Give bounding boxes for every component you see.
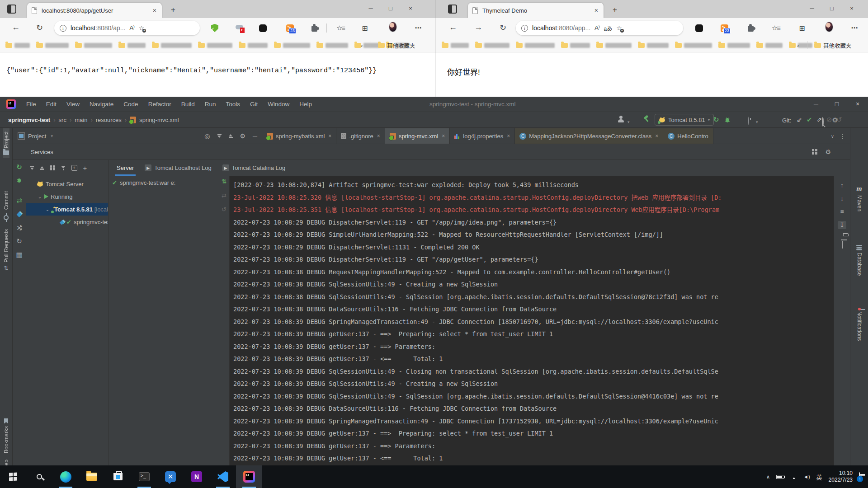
bookmark-item-blurred[interactable] [756, 42, 783, 49]
bookmark-item-blurred[interactable] [718, 42, 750, 49]
tab-close-icon[interactable]: × [594, 7, 599, 14]
bookmarks-overflow-icon[interactable]: › [797, 42, 799, 49]
hide-panel-icon[interactable]: ─ [839, 148, 844, 155]
chevron-down-icon[interactable]: ▾ [627, 117, 630, 127]
menu-file[interactable]: File [21, 101, 41, 108]
ime-indicator[interactable]: 英 [816, 473, 822, 481]
taskbar-search-button[interactable] [26, 465, 52, 488]
favorite-star-icon[interactable]: ☆+ [139, 24, 145, 32]
battery-icon[interactable] [776, 475, 784, 479]
rss-extension-icon[interactable]: 23 [286, 24, 294, 32]
breadcrumb-item[interactable]: src [59, 117, 66, 123]
group-by-icon[interactable] [50, 165, 55, 171]
minimize-button[interactable]: ─ [802, 0, 822, 18]
stripe-database-button[interactable]: Database [856, 242, 863, 279]
browser-tab[interactable]: localhost:8080/app/getUser × [27, 3, 162, 18]
notification-center-button[interactable]: 1 [859, 473, 860, 481]
new-tab-button[interactable]: + [171, 5, 175, 14]
start-button[interactable] [0, 465, 26, 488]
bookmark-item-blurred[interactable] [561, 42, 590, 49]
settings-gear-icon[interactable]: ⚙ [826, 148, 831, 155]
back-button[interactable]: ← [449, 23, 457, 32]
bookmark-item-blurred[interactable] [638, 42, 669, 49]
tree-row[interactable]: Tomcat Server [26, 178, 108, 190]
bookmark-item-blurred[interactable] [274, 42, 310, 49]
taskbar-onenote-button[interactable]: N [184, 465, 210, 488]
down-stacktrace-icon[interactable]: ↓ [840, 195, 844, 202]
url-text[interactable]: localhost:8080/app... [532, 24, 590, 32]
hot-swap-icon[interactable]: ◆ [17, 211, 22, 218]
debug-server-icon[interactable] [16, 177, 22, 184]
taskbar-explorer-button[interactable] [79, 465, 105, 488]
editor-tab[interactable]: CHelloContro [663, 128, 713, 144]
taskbar-edge-button[interactable] [52, 465, 79, 488]
bookmark-item-blurred[interactable] [75, 42, 112, 49]
close-button[interactable]: × [842, 0, 862, 18]
expand-all-icon[interactable] [217, 134, 222, 138]
tray-expand-icon[interactable]: ∧ [766, 474, 770, 480]
close-button[interactable]: × [401, 0, 420, 18]
services-tab[interactable]: ▶Tomcat Localhost Log [141, 160, 215, 176]
other-favorites[interactable]: 其他收藏夹 [814, 42, 852, 49]
services-header[interactable]: Services ⚙ ─ [13, 144, 850, 160]
other-favorites[interactable]: 其他收藏夹 [378, 42, 415, 49]
services-tab[interactable]: ▶Tomcat Catalina Log [219, 160, 289, 176]
chevron-down-icon[interactable]: ▾ [51, 134, 53, 138]
bookmark-item-blurred[interactable] [118, 42, 146, 49]
refresh-icon[interactable]: ↻ [16, 238, 22, 245]
tab-actions-icon[interactable] [448, 5, 457, 14]
rerun-server-icon[interactable]: ↻ [16, 164, 22, 171]
settings-gear-icon[interactable]: ⚙ [240, 132, 246, 140]
maximize-button[interactable]: □ [826, 97, 847, 112]
menu-help[interactable]: Help [294, 101, 317, 108]
tree-row[interactable]: ◆✔springmvc-test: [26, 216, 108, 228]
maximize-button[interactable]: □ [822, 0, 842, 18]
wrench-icon[interactable]: ⚒ [15, 225, 23, 230]
deployment-status-row[interactable]: ✔ springmvc-test:war e: [108, 176, 229, 189]
breadcrumb-item[interactable]: resources [96, 117, 122, 123]
bookmark-item-blurred[interactable] [789, 42, 812, 49]
search-everywhere-icon[interactable] [822, 117, 824, 127]
volume-icon[interactable]: ◄) [803, 474, 810, 479]
stripe-project-button[interactable]: Project [3, 128, 9, 158]
collapse-all-icon[interactable] [40, 166, 44, 170]
tab-actions-icon[interactable] [7, 5, 16, 14]
git-commit-icon[interactable]: ✔ [807, 115, 812, 124]
new-tab-button[interactable]: + [613, 5, 617, 14]
collections-icon[interactable]: ⊞ [798, 24, 806, 32]
bookmark-item-blurred[interactable] [596, 42, 632, 49]
read-aloud-icon[interactable]: A) [594, 24, 599, 31]
up-stacktrace-icon[interactable]: ↑ [840, 182, 844, 189]
address-bar[interactable]: i localhost:8080/ap... A) ☆+ [54, 21, 200, 35]
hide-panel-icon[interactable]: ─ [253, 132, 257, 140]
maximize-button[interactable]: □ [381, 0, 401, 18]
deploy-icon[interactable]: ⇄ [16, 197, 22, 204]
bookmark-item-blurred[interactable] [675, 42, 712, 49]
editor-tab[interactable]: CMappingJackson2HttpMessageConverter.cla… [515, 128, 663, 144]
expand-all-icon[interactable] [30, 166, 34, 170]
menu-navigate[interactable]: Navigate [85, 101, 118, 108]
tab-close-icon[interactable]: × [152, 7, 157, 14]
locate-icon[interactable]: ◎ [204, 132, 210, 140]
bookmark-item-blurred[interactable] [198, 42, 232, 49]
git-update-icon[interactable]: ⇙ [797, 115, 802, 124]
address-bar[interactable]: i localhost:8080/app... A) aあ ☆+ [516, 21, 683, 35]
dark-extension-icon[interactable] [259, 24, 267, 32]
browser-tab[interactable]: Thymeleaf Demo × [468, 3, 604, 18]
favorites-list-icon[interactable]: ☆≡ [772, 24, 780, 32]
read-aloud-icon[interactable]: A) [129, 24, 134, 31]
menu-tools[interactable]: Tools [221, 101, 245, 108]
rerun-button[interactable]: ↻ [713, 115, 719, 124]
extensions-puzzle-icon[interactable] [310, 24, 318, 32]
menu-code[interactable]: Code [118, 101, 143, 108]
clock[interactable]: 10:10 2022/7/23 [829, 470, 853, 483]
run-configuration-select[interactable]: Tomcat 8.5.81 ▾ [655, 114, 714, 126]
breadcrumb-item[interactable]: springmvc-test [8, 117, 50, 123]
services-tab[interactable]: Server [113, 160, 137, 176]
git-push-icon[interactable]: ⇗ [816, 115, 822, 124]
project-pane-header[interactable]: Project ▾ ◎ ⚙ ─ [13, 128, 262, 144]
tab-close-icon[interactable]: × [377, 133, 380, 139]
profile-avatar[interactable] [389, 23, 397, 31]
rss-extension-icon[interactable]: 23 [720, 24, 728, 32]
view-mode-icon[interactable] [812, 149, 817, 155]
